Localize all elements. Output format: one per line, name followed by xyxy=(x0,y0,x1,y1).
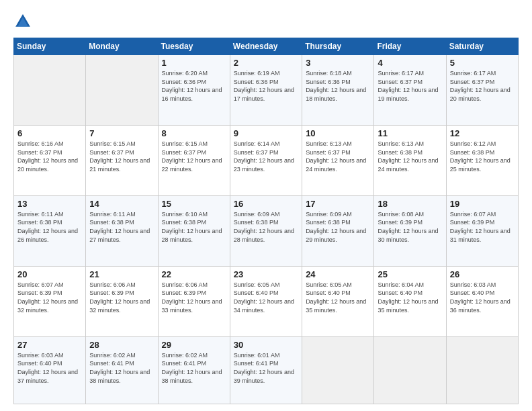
sunrise-label: Sunrise: 6:13 AM xyxy=(306,140,352,147)
daylight-label: Daylight: 12 hours and 33 minutes. xyxy=(162,298,222,314)
day-number: 1 xyxy=(162,58,226,68)
calendar-cell: 2 Sunrise: 6:19 AM Sunset: 6:36 PM Dayli… xyxy=(230,55,302,126)
sunset-label: Sunset: 6:39 PM xyxy=(162,289,207,296)
sunset-label: Sunset: 6:36 PM xyxy=(234,79,279,85)
day-info: Sunrise: 6:06 AM Sunset: 6:39 PM Dayligh… xyxy=(89,281,154,314)
day-number: 27 xyxy=(17,340,82,350)
sunrise-label: Sunrise: 6:03 AM xyxy=(17,352,64,359)
calendar-cell: 5 Sunrise: 6:17 AM Sunset: 6:37 PM Dayli… xyxy=(446,55,518,126)
sunrise-label: Sunrise: 6:16 AM xyxy=(17,140,64,147)
sunset-label: Sunset: 6:36 PM xyxy=(162,79,207,85)
calendar-cell xyxy=(14,55,86,126)
sunset-label: Sunset: 6:39 PM xyxy=(378,219,423,226)
calendar-cell: 4 Sunrise: 6:17 AM Sunset: 6:37 PM Dayli… xyxy=(374,55,446,126)
day-info: Sunrise: 6:03 AM Sunset: 6:40 PM Dayligh… xyxy=(450,281,515,314)
sunset-label: Sunset: 6:36 PM xyxy=(306,79,351,85)
calendar-week-row: 13 Sunrise: 6:11 AM Sunset: 6:38 PM Dayl… xyxy=(14,195,519,266)
sunrise-label: Sunrise: 6:07 AM xyxy=(17,281,64,288)
sunrise-label: Sunrise: 6:04 AM xyxy=(378,281,424,288)
day-info: Sunrise: 6:15 AM Sunset: 6:37 PM Dayligh… xyxy=(89,140,154,173)
day-number: 19 xyxy=(450,199,515,209)
header xyxy=(13,12,519,31)
calendar-body: 1 Sunrise: 6:20 AM Sunset: 6:36 PM Dayli… xyxy=(14,55,519,404)
day-info: Sunrise: 6:10 AM Sunset: 6:38 PM Dayligh… xyxy=(162,210,226,244)
sunrise-label: Sunrise: 6:09 AM xyxy=(234,211,280,218)
calendar-cell: 12 Sunrise: 6:12 AM Sunset: 6:38 PM Dayl… xyxy=(446,125,518,195)
day-number: 26 xyxy=(450,269,515,279)
daylight-label: Daylight: 12 hours and 23 minutes. xyxy=(234,157,294,173)
daylight-label: Daylight: 12 hours and 39 minutes. xyxy=(234,369,294,384)
calendar-cell: 28 Sunrise: 6:02 AM Sunset: 6:41 PM Dayl… xyxy=(86,336,158,404)
calendar-cell: 10 Sunrise: 6:13 AM Sunset: 6:37 PM Dayl… xyxy=(302,125,374,195)
daylight-label: Daylight: 12 hours and 20 minutes. xyxy=(450,87,511,102)
day-number: 18 xyxy=(378,199,442,209)
day-info: Sunrise: 6:20 AM Sunset: 6:36 PM Dayligh… xyxy=(162,69,226,103)
daylight-label: Daylight: 12 hours and 38 minutes. xyxy=(162,369,222,384)
day-number: 4 xyxy=(378,58,442,68)
day-info: Sunrise: 6:06 AM Sunset: 6:39 PM Dayligh… xyxy=(162,281,226,314)
day-number: 10 xyxy=(306,128,370,138)
day-info: Sunrise: 6:01 AM Sunset: 6:41 PM Dayligh… xyxy=(234,351,298,385)
calendar-cell: 16 Sunrise: 6:09 AM Sunset: 6:38 PM Dayl… xyxy=(230,195,302,266)
daylight-label: Daylight: 12 hours and 32 minutes. xyxy=(17,298,78,314)
generalblue-icon xyxy=(13,12,32,31)
sunset-label: Sunset: 6:37 PM xyxy=(306,149,351,156)
day-number: 17 xyxy=(306,199,370,209)
day-info: Sunrise: 6:17 AM Sunset: 6:37 PM Dayligh… xyxy=(450,69,515,103)
daylight-label: Daylight: 12 hours and 22 minutes. xyxy=(162,157,222,173)
daylight-label: Daylight: 12 hours and 36 minutes. xyxy=(450,298,511,314)
day-info: Sunrise: 6:05 AM Sunset: 6:40 PM Dayligh… xyxy=(234,281,298,314)
calendar-cell: 1 Sunrise: 6:20 AM Sunset: 6:36 PM Dayli… xyxy=(158,55,230,126)
sunrise-label: Sunrise: 6:06 AM xyxy=(89,281,136,288)
calendar-week-row: 20 Sunrise: 6:07 AM Sunset: 6:39 PM Dayl… xyxy=(14,266,519,336)
calendar-cell: 19 Sunrise: 6:07 AM Sunset: 6:39 PM Dayl… xyxy=(446,195,518,266)
daylight-label: Daylight: 12 hours and 17 minutes. xyxy=(234,87,294,102)
calendar-cell: 22 Sunrise: 6:06 AM Sunset: 6:39 PM Dayl… xyxy=(158,266,230,336)
day-info: Sunrise: 6:13 AM Sunset: 6:38 PM Dayligh… xyxy=(378,140,442,173)
day-number: 5 xyxy=(450,58,515,68)
day-number: 24 xyxy=(306,269,370,279)
day-number: 28 xyxy=(89,340,154,350)
sunset-label: Sunset: 6:41 PM xyxy=(234,360,279,367)
sunset-label: Sunset: 6:41 PM xyxy=(89,360,134,367)
sunset-label: Sunset: 6:37 PM xyxy=(378,79,423,85)
sunset-label: Sunset: 6:40 PM xyxy=(450,289,495,296)
day-info: Sunrise: 6:02 AM Sunset: 6:41 PM Dayligh… xyxy=(162,351,226,385)
day-number: 29 xyxy=(162,340,226,350)
sunset-label: Sunset: 6:40 PM xyxy=(17,360,62,367)
day-number: 7 xyxy=(89,128,154,138)
calendar-cell: 18 Sunrise: 6:08 AM Sunset: 6:39 PM Dayl… xyxy=(374,195,446,266)
calendar-cell: 6 Sunrise: 6:16 AM Sunset: 6:37 PM Dayli… xyxy=(14,125,86,195)
day-number: 13 xyxy=(17,199,82,209)
calendar-cell: 20 Sunrise: 6:07 AM Sunset: 6:39 PM Dayl… xyxy=(14,266,86,336)
daylight-label: Daylight: 12 hours and 37 minutes. xyxy=(17,369,78,384)
sunset-label: Sunset: 6:38 PM xyxy=(234,219,279,226)
calendar-cell: 9 Sunrise: 6:14 AM Sunset: 6:37 PM Dayli… xyxy=(230,125,302,195)
day-info: Sunrise: 6:12 AM Sunset: 6:38 PM Dayligh… xyxy=(450,140,515,173)
day-number: 16 xyxy=(234,199,298,209)
sunrise-label: Sunrise: 6:05 AM xyxy=(306,281,352,288)
calendar-cell: 8 Sunrise: 6:15 AM Sunset: 6:37 PM Dayli… xyxy=(158,125,230,195)
calendar-cell: 15 Sunrise: 6:10 AM Sunset: 6:38 PM Dayl… xyxy=(158,195,230,266)
sunrise-label: Sunrise: 6:14 AM xyxy=(234,140,280,147)
day-info: Sunrise: 6:11 AM Sunset: 6:38 PM Dayligh… xyxy=(17,210,82,244)
day-info: Sunrise: 6:07 AM Sunset: 6:39 PM Dayligh… xyxy=(17,281,82,314)
calendar-cell: 26 Sunrise: 6:03 AM Sunset: 6:40 PM Dayl… xyxy=(446,266,518,336)
day-number: 23 xyxy=(234,269,298,279)
calendar-cell: 27 Sunrise: 6:03 AM Sunset: 6:40 PM Dayl… xyxy=(14,336,86,404)
daylight-label: Daylight: 12 hours and 24 minutes. xyxy=(306,157,366,173)
calendar-week-row: 1 Sunrise: 6:20 AM Sunset: 6:36 PM Dayli… xyxy=(14,55,519,126)
weekday-header: Saturday xyxy=(446,38,518,55)
sunrise-label: Sunrise: 6:20 AM xyxy=(162,70,208,77)
daylight-label: Daylight: 12 hours and 30 minutes. xyxy=(378,228,438,243)
sunset-label: Sunset: 6:40 PM xyxy=(378,289,423,296)
sunset-label: Sunset: 6:37 PM xyxy=(450,79,495,85)
daylight-label: Daylight: 12 hours and 24 minutes. xyxy=(378,157,438,173)
sunrise-label: Sunrise: 6:15 AM xyxy=(162,140,208,147)
day-info: Sunrise: 6:14 AM Sunset: 6:37 PM Dayligh… xyxy=(234,140,298,173)
calendar-cell: 13 Sunrise: 6:11 AM Sunset: 6:38 PM Dayl… xyxy=(14,195,86,266)
calendar-cell: 14 Sunrise: 6:11 AM Sunset: 6:38 PM Dayl… xyxy=(86,195,158,266)
weekday-row: SundayMondayTuesdayWednesdayThursdayFrid… xyxy=(14,38,519,55)
sunset-label: Sunset: 6:37 PM xyxy=(89,149,134,156)
sunset-label: Sunset: 6:38 PM xyxy=(378,149,423,156)
